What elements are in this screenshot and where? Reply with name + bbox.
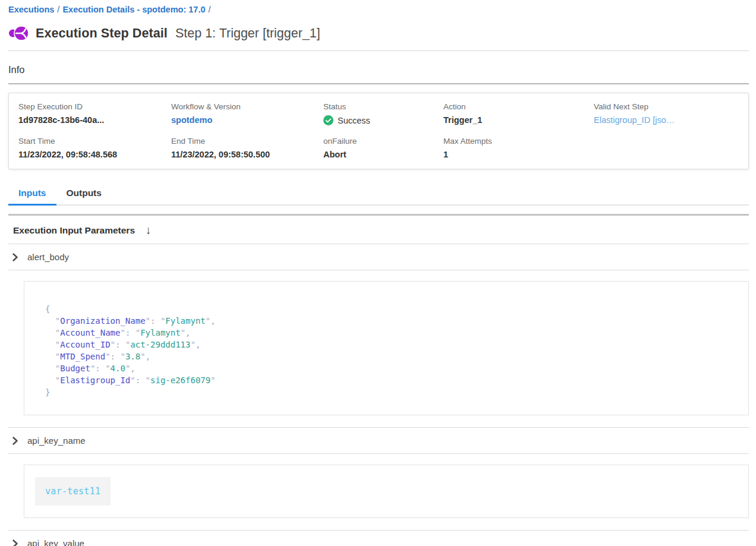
field-value: 11/23/2022, 09:58:48.568: [18, 150, 171, 159]
info-field-max-attempts: Max Attempts 1: [443, 137, 594, 159]
info-field-status: Status Success: [323, 102, 443, 125]
field-value: 1d97828c-13b6-40a...: [18, 115, 171, 125]
api-key-name-value: var-test11: [45, 486, 100, 497]
inputs-outputs-tabs: Inputs Outputs: [8, 184, 749, 206]
field-label: End Time: [171, 137, 323, 146]
title-divider: [8, 51, 749, 51]
chevron-right-icon[interactable]: [12, 253, 18, 261]
chevron-right-icon[interactable]: [12, 437, 18, 445]
param-name: api_key_name: [27, 435, 86, 446]
info-field-onfailure: onFailure Abort: [323, 137, 443, 159]
field-label: Step Execution ID: [18, 102, 171, 111]
api-key-name-value-panel: var-test11: [24, 465, 749, 518]
alert-body-json-code: { "Organization_Name": "Fylamynt", "Acco…: [45, 303, 736, 398]
field-value: Abort: [323, 150, 443, 159]
field-label: Start Time: [18, 137, 171, 146]
info-grid: Step Execution ID 1d97828c-13b6-40a... W…: [18, 102, 739, 159]
field-label: Action: [443, 102, 594, 111]
breadcrumb-separator: /: [54, 5, 62, 14]
api-key-name-chip: var-test11: [35, 477, 111, 506]
row-divider: [8, 270, 749, 270]
chevron-right-icon[interactable]: [12, 539, 18, 546]
param-row-api-key-name[interactable]: api_key_name: [8, 428, 749, 453]
params-header-label: Execution Input Parameters: [13, 225, 135, 236]
field-label: Workflow & Version: [171, 102, 323, 111]
field-label: Valid Next Step: [594, 102, 739, 111]
row-divider: [8, 453, 749, 454]
param-name: api_key_value: [27, 538, 84, 546]
alert-body-json-panel: { "Organization_Name": "Fylamynt", "Acco…: [24, 281, 749, 415]
info-field-step-execution-id: Step Execution ID 1d97828c-13b6-40a...: [18, 102, 171, 125]
success-check-icon: [323, 115, 333, 125]
breadcrumb: Executions/Execution Details - spotdemo:…: [8, 5, 749, 14]
info-field-workflow-version: Workflow & Version spotdemo: [171, 102, 323, 125]
field-value: Trigger_1: [443, 115, 594, 125]
info-divider: [8, 83, 749, 84]
field-value: 1: [443, 150, 594, 159]
page-subtitle: Step 1: Trigger [trigger_1]: [175, 26, 320, 41]
collapse-down-arrow-icon[interactable]: ↓: [146, 225, 152, 236]
execution-input-parameters-header: Execution Input Parameters ↓: [8, 216, 749, 244]
breadcrumb-executions-link[interactable]: Executions: [8, 5, 54, 14]
param-row-alert-body[interactable]: alert_body: [8, 244, 749, 270]
info-card: Step Execution ID 1d97828c-13b6-40a... W…: [8, 93, 749, 169]
info-field-action: Action Trigger_1: [443, 102, 594, 125]
breadcrumb-execution-details-link[interactable]: Execution Details - spotdemo: 17.0: [62, 5, 205, 14]
page-title: Execution Step Detail: [36, 26, 168, 41]
info-field-valid-next-step: Valid Next Step Elastigroup_ID [jso…: [594, 102, 739, 125]
info-field-empty: [594, 137, 739, 159]
info-section-heading: Info: [8, 64, 749, 75]
info-field-start-time: Start Time 11/23/2022, 09:58:48.568: [18, 137, 171, 159]
breadcrumb-separator: /: [206, 5, 214, 14]
execution-step-detail-page: Executions/Execution Details - spotdemo:…: [0, 0, 756, 546]
page-header: Execution Step Detail Step 1: Trigger [t…: [8, 24, 749, 42]
param-row-api-key-value[interactable]: api_key_value: [8, 531, 749, 546]
status-badge: Success: [338, 116, 370, 125]
field-label: Status: [323, 102, 443, 111]
param-name: alert_body: [27, 252, 69, 262]
field-label: onFailure: [323, 137, 443, 146]
field-value: 11/23/2022, 09:58:50.500: [171, 150, 323, 159]
info-field-end-time: End Time 11/23/2022, 09:58:50.500: [171, 137, 323, 159]
fylamynt-logo-icon: [8, 24, 30, 42]
workflow-link[interactable]: spotdemo: [171, 115, 323, 125]
tab-inputs[interactable]: Inputs: [8, 184, 56, 206]
tab-outputs[interactable]: Outputs: [56, 184, 112, 206]
field-label: Max Attempts: [443, 137, 594, 146]
valid-next-step-link[interactable]: Elastigroup_ID [jso…: [594, 115, 739, 125]
